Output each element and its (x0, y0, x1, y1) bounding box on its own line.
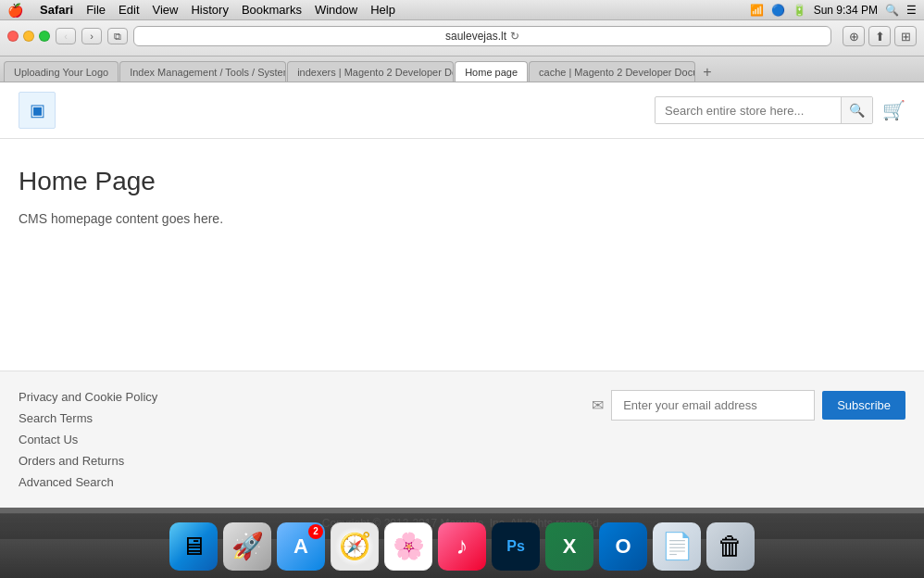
menu-icon[interactable]: ☰ (906, 4, 917, 17)
show-tabs-button[interactable]: ⧉ (107, 28, 128, 44)
photos-icon: 🌸 (393, 531, 425, 561)
dock-safari[interactable]: 🧭 (331, 522, 379, 571)
photoshop-icon: Ps (506, 538, 525, 555)
clock: Sun 9:34 PM (814, 4, 878, 17)
dock-itunes[interactable]: ♪ (438, 522, 486, 571)
dock-photos[interactable]: 🌸 (384, 522, 432, 571)
menu-file[interactable]: File (86, 3, 106, 17)
menubar-right: 📶 🔵 🔋 Sun 9:34 PM 🔍 ☰ (750, 4, 917, 17)
search-submit-button[interactable]: 🔍 (841, 97, 872, 123)
dock-trash[interactable]: 🗑 (706, 522, 755, 571)
store-header: ▣ 🔍 🛒 (0, 82, 924, 139)
menu-view[interactable]: View (153, 3, 179, 17)
minimize-button[interactable] (23, 31, 34, 42)
safari-icon: 🧭 (339, 531, 371, 561)
cart-button[interactable]: 🛒 (882, 99, 905, 121)
battery-icon: 🔋 (793, 4, 806, 17)
dock-finder[interactable]: 🖥 (169, 522, 218, 571)
logo-icon: ▣ (30, 100, 45, 120)
share-button[interactable]: ⬆ (868, 26, 891, 46)
browser-tabs: Uploading Your Logo Index Management / T… (0, 57, 924, 82)
url-text: saulevejas.lt (445, 30, 506, 43)
dock-excel[interactable]: X (545, 522, 593, 571)
excel-icon: X (563, 534, 577, 559)
maximize-button[interactable] (39, 31, 50, 42)
email-icon: ✉ (592, 396, 604, 414)
add-bookmark-button[interactable]: ⊕ (843, 26, 865, 46)
tab-indexers-docs[interactable]: indexers | Magento 2 Developer Documenta… (287, 61, 454, 82)
search-icon[interactable]: 🔍 (885, 4, 899, 17)
browser-chrome: ‹ › ⧉ saulevejas.lt ↻ ⊕ ⬆ ⊞ (0, 20, 924, 57)
finder-icon: 🖥 (181, 531, 206, 561)
menu-safari[interactable]: Safari (40, 3, 73, 17)
file-icon: 📄 (661, 531, 693, 561)
close-button[interactable] (7, 31, 19, 42)
newsletter-email-input[interactable] (611, 390, 815, 421)
outlook-icon: O (615, 534, 631, 559)
new-tab-plus-button[interactable]: + (698, 63, 717, 82)
newsletter-section: ✉ Subscribe (592, 390, 905, 421)
dock-file[interactable]: 📄 (653, 522, 701, 571)
dock-photoshop[interactable]: Ps (492, 522, 540, 571)
menu-bookmarks[interactable]: Bookmarks (242, 3, 302, 17)
music-icon: ♪ (456, 532, 468, 560)
footer-link-orders[interactable]: Orders and Returns (19, 454, 157, 468)
store-search-form[interactable]: 🔍 (655, 96, 873, 124)
tab-index-management[interactable]: Index Management / Tools / System / Mage… (119, 61, 286, 82)
store-main: Home Page CMS homepage content goes here… (0, 139, 924, 371)
reload-button[interactable]: ↻ (510, 30, 519, 43)
footer-link-privacy[interactable]: Privacy and Cookie Policy (19, 390, 157, 404)
menu-history[interactable]: History (191, 3, 228, 17)
menu-help[interactable]: Help (370, 3, 395, 17)
traffic-lights (7, 31, 50, 42)
menu-window[interactable]: Window (315, 3, 357, 17)
page-title: Home Page (19, 167, 905, 196)
back-button[interactable]: ‹ (56, 28, 76, 44)
footer-link-advanced-search[interactable]: Advanced Search (19, 475, 157, 489)
tab-uploading-logo[interactable]: Uploading Your Logo (4, 61, 119, 82)
macos-dock: 🖥 🚀 A 2 🧭 🌸 ♪ Ps X O 📄 🗑 (0, 513, 924, 578)
page-content: CMS homepage content goes here. (19, 211, 905, 226)
store-logo: ▣ (19, 92, 56, 129)
appstore-icon: A (293, 534, 308, 559)
browser-content: ▣ 🔍 🛒 Home Page CMS homepage content goe… (0, 82, 924, 570)
apple-menu[interactable]: 🍎 (7, 3, 23, 18)
subscribe-button[interactable]: Subscribe (822, 391, 905, 420)
dock-launchpad[interactable]: 🚀 (223, 522, 271, 571)
dock-appstore[interactable]: A 2 (277, 522, 325, 571)
search-input[interactable] (656, 98, 841, 123)
store-footer: Privacy and Cookie Policy Search Terms C… (0, 371, 924, 508)
trash-icon: 🗑 (718, 531, 743, 561)
tab-cache-docs[interactable]: cache | Magento 2 Developer Documentatio… (529, 61, 695, 82)
forward-button[interactable]: › (81, 28, 102, 44)
new-tab-button[interactable]: ⊞ (894, 26, 917, 46)
search-icon: 🔍 (849, 103, 865, 118)
dock-outlook[interactable]: O (599, 522, 647, 571)
macos-menubar: 🍎 Safari File Edit View History Bookmark… (0, 0, 924, 20)
footer-links: Privacy and Cookie Policy Search Terms C… (19, 390, 157, 489)
wifi-icon: 📶 (750, 4, 764, 17)
menu-edit[interactable]: Edit (119, 3, 139, 17)
appstore-badge: 2 (308, 524, 323, 539)
footer-link-search-terms[interactable]: Search Terms (19, 411, 157, 425)
rocket-icon: 🚀 (231, 531, 264, 561)
footer-link-contact[interactable]: Contact Us (19, 433, 157, 446)
address-bar[interactable]: saulevejas.lt ↻ (133, 26, 831, 46)
tab-home-page[interactable]: Home page (455, 61, 528, 82)
bluetooth-icon: 🔵 (771, 4, 785, 17)
